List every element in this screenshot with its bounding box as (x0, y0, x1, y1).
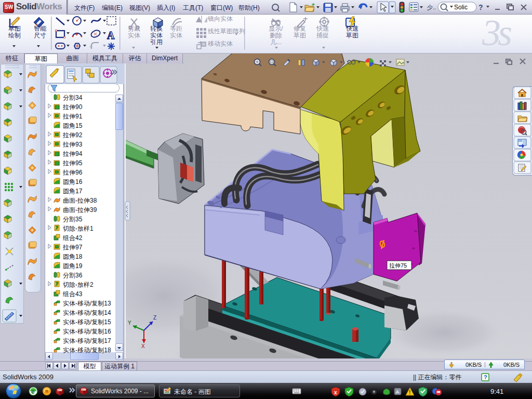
svg-text:9:41: 9:41 (490, 388, 503, 395)
svg-text:少..: 少.. (427, 4, 436, 10)
svg-text:拉伸75: 拉伸75 (389, 262, 407, 269)
svg-text:?: ? (484, 374, 487, 380)
svg-text:A: A (107, 30, 115, 41)
svg-text:SW: SW (57, 389, 62, 392)
svg-text:e: e (31, 388, 35, 395)
svg-text:Z: Z (153, 315, 156, 321)
svg-text:?: ? (478, 3, 483, 11)
svg-text:SW: SW (81, 388, 86, 391)
svg-text:X: X (141, 343, 145, 349)
svg-text:Y: Y (128, 320, 131, 326)
svg-text:x: x (334, 390, 337, 395)
svg-text:Solic: Solic (454, 4, 468, 11)
svg-text:!: ! (409, 390, 410, 395)
